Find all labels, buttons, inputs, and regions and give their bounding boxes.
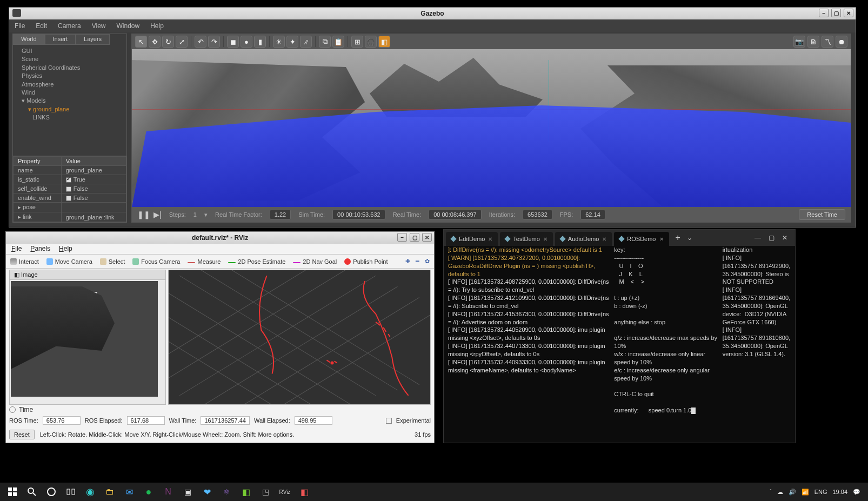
menu-help[interactable]: Help xyxy=(59,245,72,253)
tab-dropdown-icon[interactable]: ⌄ xyxy=(687,234,692,242)
terminal-pane-2[interactable]: key: --------------- U I O J K L M < > t… xyxy=(614,246,719,438)
cylinder-shape-icon[interactable]: ▮ xyxy=(254,36,266,48)
tool-interact[interactable]: Interact xyxy=(10,258,39,265)
minimize-button[interactable]: — xyxy=(755,234,761,242)
terminal-pane-3[interactable]: irtualization [ INFO] [1617135757.891492… xyxy=(723,246,791,438)
menu-help[interactable]: Help xyxy=(150,22,164,30)
menu-window[interactable]: Window xyxy=(117,22,140,30)
minimize-button[interactable]: – xyxy=(397,233,407,242)
scale-tool-icon[interactable]: ⤢ xyxy=(176,36,188,48)
experimental-checkbox[interactable] xyxy=(386,418,392,424)
reset-time-button[interactable]: Reset Time xyxy=(799,209,845,220)
rviz-taskbar-icon[interactable]: RViz xyxy=(276,484,294,500)
new-tab-button[interactable]: + xyxy=(671,233,685,243)
tree-spherical[interactable]: Spherical Coordinates xyxy=(17,64,122,72)
checkbox-icon[interactable] xyxy=(66,196,71,201)
gazebo-titlebar[interactable]: Gazebo – ▢ ✕ xyxy=(9,8,856,19)
tool-publish-point[interactable]: Publish Point xyxy=(344,258,388,265)
plot-icon[interactable]: 〽 xyxy=(822,36,833,48)
tree-wind[interactable]: Wind xyxy=(17,89,122,97)
edge-icon[interactable]: ◉ xyxy=(81,484,99,500)
remove-tool-icon[interactable]: ━ xyxy=(416,258,419,265)
undo-icon[interactable]: ↶ xyxy=(195,36,206,48)
start-button[interactable] xyxy=(3,484,22,500)
tree-gui[interactable]: GUI xyxy=(17,47,122,55)
prop-link-val[interactable]: ground_plane::link xyxy=(61,212,126,222)
close-icon[interactable]: ✕ xyxy=(602,236,606,242)
language-indicator[interactable]: ENG xyxy=(814,489,827,495)
system-tray[interactable]: ˆ ☁ 🔊 📶 ENG 19:04 💬 xyxy=(765,489,865,496)
close-icon[interactable]: ✕ xyxy=(488,236,492,242)
minimize-button[interactable]: – xyxy=(819,9,829,17)
prop-name-val[interactable]: ground_plane xyxy=(61,165,126,175)
menu-panels[interactable]: Panels xyxy=(30,245,50,253)
tree-selected-model[interactable]: ▾ ground_plane xyxy=(17,105,122,113)
mail-icon[interactable]: ✉ xyxy=(120,484,138,500)
time-panel-toggle-icon[interactable] xyxy=(9,406,16,413)
tool-select[interactable]: Select xyxy=(100,258,125,265)
spot-light-icon[interactable]: ✦ xyxy=(286,36,298,48)
menu-edit[interactable]: Edit xyxy=(36,22,47,30)
terminal-tab-active[interactable]: ROSDemo✕ xyxy=(614,232,669,246)
move-tool-icon[interactable]: ✥ xyxy=(149,36,161,48)
onedrive-icon[interactable]: ☁ xyxy=(777,489,783,496)
terminal-pane-1[interactable]: ]: DiffDrive(ns = //): missing <odometry… xyxy=(448,246,611,438)
prop-wind-val[interactable]: False xyxy=(61,193,126,202)
recorder-icon[interactable]: ◧ xyxy=(295,484,313,500)
close-button[interactable]: ✕ xyxy=(782,234,787,242)
maximize-button[interactable]: ▢ xyxy=(410,233,419,242)
menu-camera[interactable]: Camera xyxy=(58,22,81,30)
tree-models[interactable]: ▾ Models xyxy=(17,97,122,105)
tool-2d-nav-goal[interactable]: 2D Nav Goal xyxy=(293,258,337,265)
tab-insert[interactable]: Insert xyxy=(45,34,76,45)
tool-measure[interactable]: Measure xyxy=(188,258,221,265)
terminal-body[interactable]: ]: DiffDrive(ns = //): missing <odometry… xyxy=(448,246,791,438)
terminal-tab[interactable]: TestDemo✕ xyxy=(500,232,553,246)
cursor-tool-icon[interactable]: ↖ xyxy=(135,36,147,48)
image-panel-undock-icon[interactable]: ◧ xyxy=(14,271,19,278)
step-icon[interactable]: ▶| xyxy=(153,210,162,219)
rviz-3d-view[interactable] xyxy=(168,270,431,405)
tool-focus-camera[interactable]: Focus Camera xyxy=(132,258,180,265)
snap-icon[interactable]: ⊞ xyxy=(351,36,363,48)
rviz-image-view[interactable] xyxy=(11,281,158,397)
tree-atmosphere[interactable]: Atmosphere xyxy=(17,81,122,89)
pause-icon[interactable]: ❚❚ xyxy=(137,210,150,219)
steps-value[interactable]: 1 xyxy=(193,211,197,218)
box-shape-icon[interactable]: ◼ xyxy=(227,36,239,48)
spotify-icon[interactable]: ● xyxy=(139,484,158,500)
terminal-tab[interactable]: EditDemo✕ xyxy=(446,232,498,246)
point-light-icon[interactable]: ☀ xyxy=(273,36,285,48)
close-icon[interactable]: ✕ xyxy=(543,236,547,242)
screenshot-icon[interactable]: 📷 xyxy=(793,36,805,48)
tab-layers[interactable]: Layers xyxy=(76,34,110,45)
rviz-titlebar[interactable]: default.rviz* - RViz – ▢ ✕ xyxy=(6,232,434,244)
audio-icon[interactable]: 🎧 xyxy=(365,36,377,48)
menu-file[interactable]: File xyxy=(11,245,22,253)
copy-icon[interactable]: ⧉ xyxy=(319,36,331,48)
plugin-icon[interactable]: ◧ xyxy=(378,36,390,48)
menu-view[interactable]: View xyxy=(92,22,106,30)
tool-2d-pose[interactable]: 2D Pose Estimate xyxy=(228,258,285,265)
onenote-icon[interactable]: N xyxy=(159,484,177,500)
close-button[interactable]: ✕ xyxy=(844,9,853,17)
paste-icon[interactable]: 📋 xyxy=(332,36,344,48)
tab-world[interactable]: World xyxy=(13,34,45,45)
terminal-app-icon[interactable]: ▣ xyxy=(178,484,197,500)
gazebo-3d-viewport[interactable] xyxy=(132,49,851,207)
redo-icon[interactable]: ↷ xyxy=(208,36,220,48)
steps-spinner-icon[interactable]: ▾ xyxy=(204,211,208,218)
tool-move-camera[interactable]: Move Camera xyxy=(46,258,92,265)
prop-static-val[interactable]: True xyxy=(61,175,126,184)
volume-icon[interactable]: 🔊 xyxy=(789,489,796,496)
tree-links[interactable]: LINKS xyxy=(17,113,122,122)
log-icon[interactable]: 🗎 xyxy=(807,36,819,48)
close-icon[interactable]: ✕ xyxy=(659,236,664,242)
file-explorer-icon[interactable]: 🗀 xyxy=(101,484,119,500)
close-button[interactable]: ✕ xyxy=(422,233,432,242)
tool-gear-icon[interactable]: ✿ xyxy=(425,258,430,265)
tree-scene[interactable]: Scene xyxy=(17,55,122,63)
unknown-app-icon[interactable]: ❤ xyxy=(198,484,216,500)
maximize-button[interactable]: ▢ xyxy=(831,9,841,17)
clock[interactable]: 19:04 xyxy=(832,489,847,495)
